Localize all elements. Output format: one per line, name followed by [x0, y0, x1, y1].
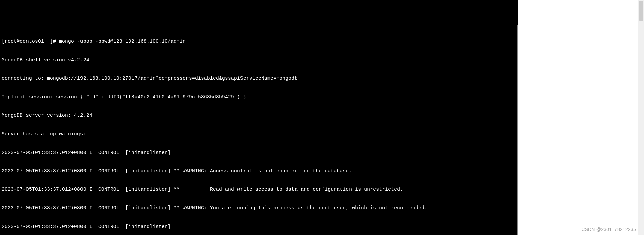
output-line: MongoDB server version: 4.2.24 [2, 112, 516, 118]
vertical-scrollbar[interactable] [638, 0, 644, 235]
output-line: 2023-07-05T01:33:37.012+0800 I CONTROL [… [2, 224, 516, 230]
watermark-label: CSDN @2301_78212235 [581, 226, 636, 232]
output-line: 2023-07-05T01:33:37.012+0800 I CONTROL [… [2, 205, 516, 211]
right-blank-area [518, 0, 638, 235]
output-line: Server has startup warnings: [2, 131, 516, 137]
output-line: 2023-07-05T01:33:37.012+0800 I CONTROL [… [2, 186, 516, 192]
scrollbar-thumb[interactable] [639, 1, 643, 21]
output-line: Implicit session: session { "id" : UUID(… [2, 94, 516, 100]
output-line: connecting to: mongodb://192.168.100.10:… [2, 75, 516, 81]
output-line: MongoDB shell version v4.2.24 [2, 57, 516, 63]
shell-prompt-line: [root@centos01 ~]# mongo -ubob -ppwd@123… [2, 38, 516, 44]
output-line: 2023-07-05T01:33:37.012+0800 I CONTROL [… [2, 168, 516, 174]
terminal-output-area[interactable]: [root@centos01 ~]# mongo -ubob -ppwd@123… [0, 25, 518, 235]
output-line: 2023-07-05T01:33:37.012+0800 I CONTROL [… [2, 150, 516, 156]
